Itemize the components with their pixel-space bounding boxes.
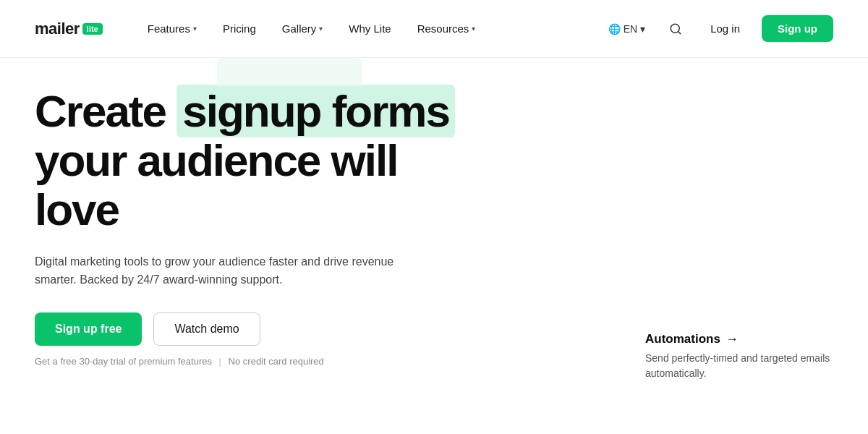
fine-print: Get a free 30-day trial of premium featu… [35, 356, 469, 367]
login-button[interactable]: Log in [700, 17, 750, 41]
globe-icon: 🌐 [608, 23, 621, 35]
logo-text: mailer [35, 20, 80, 38]
nav-item-features[interactable]: Features ▾ [137, 17, 207, 41]
nav-item-pricing[interactable]: Pricing [213, 17, 266, 41]
chevron-down-icon: ▾ [472, 25, 475, 33]
chevron-down-icon: ▾ [640, 23, 645, 35]
arrow-icon: → [726, 332, 739, 346]
headline-before: Create [35, 86, 166, 136]
chevron-down-icon: ▾ [193, 25, 197, 33]
nav-item-resources[interactable]: Resources ▾ [407, 17, 486, 41]
hero-right: Automations → Send perfectly-timed and t… [469, 87, 833, 367]
search-button[interactable] [663, 16, 689, 42]
decorative-element [217, 58, 362, 87]
nav-item-why-lite[interactable]: Why Lite [339, 17, 401, 41]
fine-print-right: No credit card required [229, 356, 324, 367]
automations-description: Send perfectly-timed and targeted emails… [645, 351, 833, 381]
svg-line-1 [678, 31, 681, 33]
fine-print-left: Get a free 30-day trial of premium featu… [35, 356, 212, 367]
headline-after: your audience will love [35, 135, 397, 234]
chevron-down-icon: ▾ [319, 25, 323, 33]
hero-headline: Create signup forms your audience will l… [35, 87, 469, 235]
nav-links: Features ▾ Pricing Gallery ▾ Why Lite Re… [137, 17, 603, 41]
automations-title: Automations → [645, 332, 833, 346]
logo-badge: lite [82, 23, 103, 35]
hero-left: Create signup forms your audience will l… [35, 87, 469, 367]
watch-demo-button[interactable]: Watch demo [153, 312, 260, 346]
nav-right: 🌐 EN ▾ Log in Sign up [603, 15, 833, 42]
hero-section: Create signup forms your audience will l… [0, 58, 868, 367]
automations-card: Automations → Send perfectly-timed and t… [645, 332, 833, 381]
signup-free-button[interactable]: Sign up free [35, 312, 142, 346]
headline-highlight: signup forms [176, 85, 455, 137]
language-selector[interactable]: 🌐 EN ▾ [603, 19, 651, 39]
hero-subtext: Digital marketing tools to grow your aud… [35, 252, 411, 289]
search-icon [669, 22, 682, 35]
cta-row: Sign up free Watch demo [35, 312, 469, 346]
logo[interactable]: mailer lite [35, 20, 103, 38]
signup-button[interactable]: Sign up [762, 15, 833, 42]
navbar: mailer lite Features ▾ Pricing Gallery ▾… [0, 0, 868, 58]
separator: | [219, 356, 221, 367]
nav-item-gallery[interactable]: Gallery ▾ [272, 17, 333, 41]
